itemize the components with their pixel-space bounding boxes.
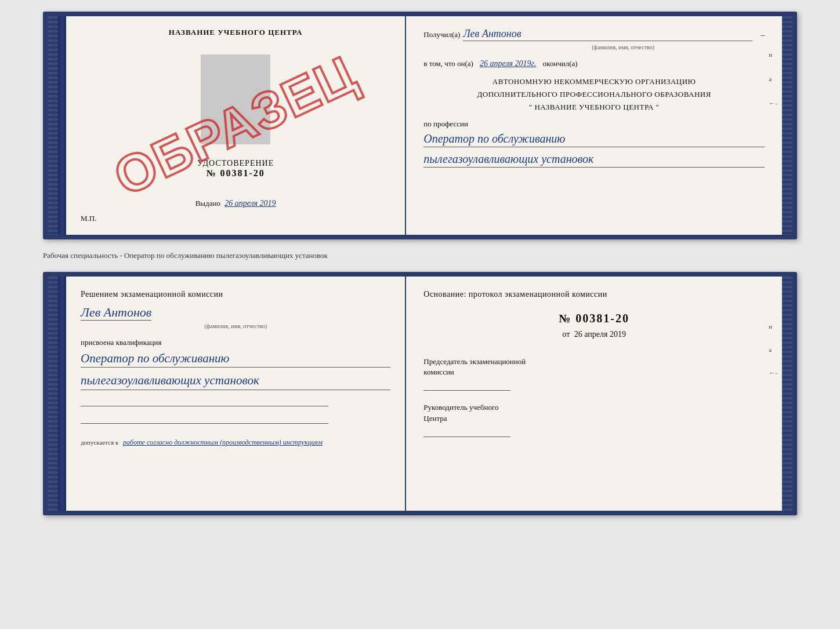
allowed-text: работе согласно должностным (производств…: [123, 438, 323, 446]
recipient-line: Получил(а) Лев Антонов –: [423, 28, 765, 41]
protocol-number: № 00381-20: [423, 312, 765, 325]
fio-hint-top: (фамилия, имя, отчество): [481, 44, 765, 50]
issued-date: 26 апреля 2019: [225, 199, 276, 208]
recipient-prefix: Получил(а): [423, 30, 460, 39]
cert-label: УДОСТОВЕРЕНИЕ: [197, 159, 274, 168]
left-page-bottom: Решением экзаменационной комиссии Лев Ан…: [66, 277, 406, 511]
fio-hint-bottom: (фамилия, имя, отчество): [81, 323, 390, 329]
spine-top: [58, 16, 66, 235]
right-binding-bottom: [782, 277, 792, 511]
left-binding: [48, 16, 58, 235]
confirm-date: 26 апреля 2019г.: [480, 59, 536, 68]
profession-line1: Оператор по обслуживанию: [423, 130, 765, 147]
director-label: Руководитель учебного Центра: [423, 402, 765, 423]
qual-line1: Оператор по обслуживанию: [81, 350, 390, 368]
confirm-prefix: в том, что он(а): [423, 59, 473, 68]
commission-title: Решением экзаменационной комиссии: [81, 288, 390, 300]
left-binding-bottom: [48, 277, 58, 511]
school-title-top: НАЗВАНИЕ УЧЕБНОГО ЦЕНТРА: [169, 28, 303, 37]
confirm-suffix: окончил(а): [543, 59, 578, 68]
spine-bottom: [58, 277, 66, 511]
issued-prefix: Выдано: [195, 199, 220, 208]
cert-number: № 00381-20: [206, 168, 265, 179]
mark-arrow: ←-: [769, 100, 777, 107]
mark-a-bottom: а: [769, 346, 777, 353]
left-page-top: НАЗВАНИЕ УЧЕБНОГО ЦЕНТРА УДОСТОВЕРЕНИЕ №…: [66, 16, 406, 235]
confirm-line: в том, что он(а) 26 апреля 2019г. окончи…: [423, 59, 765, 68]
chairman-signature: [423, 379, 510, 391]
document-container: НАЗВАНИЕ УЧЕБНОГО ЦЕНТРА УДОСТОВЕРЕНИЕ №…: [43, 12, 797, 515]
issued-line: Выдано 26 апреля 2019: [195, 199, 276, 208]
blank-line-1: [81, 395, 328, 406]
mark-and-bottom: и: [769, 323, 777, 330]
right-page-bottom: Основание: протокол экзаменационной коми…: [406, 277, 782, 511]
basis-title: Основание: протокол экзаменационной коми…: [423, 288, 765, 300]
chairman-label: Председатель экзаменационной комиссии: [423, 357, 765, 377]
mark-a: а: [769, 75, 777, 82]
person-name-bottom: Лев Антонов: [81, 305, 151, 321]
qual-line2: пылегазоулавливающих установок: [81, 372, 390, 390]
top-certificate: НАЗВАНИЕ УЧЕБНОГО ЦЕНТРА УДОСТОВЕРЕНИЕ №…: [43, 12, 797, 239]
dash: –: [761, 30, 765, 39]
bottom-certificate: Решением экзаменационной комиссии Лев Ан…: [43, 272, 797, 515]
profession-label: по профессии: [423, 119, 765, 129]
date-prefix: от: [562, 330, 570, 339]
separator-text: Рабочая специальность - Оператор по обсл…: [43, 246, 797, 265]
recipient-name: Лев Антонов: [463, 28, 752, 41]
director-signature: [423, 426, 510, 437]
mark-arrow-bottom: ←-: [769, 369, 777, 376]
allowed-prefix: допускается к: [81, 439, 118, 446]
blank-line-2: [81, 412, 328, 424]
director-line1: Руководитель учебного: [423, 402, 765, 413]
chairman-line1: Председатель экзаменационной: [423, 357, 765, 367]
director-line2: Центра: [423, 413, 765, 424]
right-page-top: Получил(а) Лев Антонов – (фамилия, имя, …: [406, 16, 782, 235]
profession-line2: пылегазоулавливающих установок: [423, 151, 765, 168]
date-value: 26 апреля 2019: [574, 330, 626, 339]
org-line3: " НАЗВАНИЕ УЧЕБНОГО ЦЕНТРА ": [423, 101, 765, 114]
org-line1: АВТОНОМНУЮ НЕКОММЕРЧЕСКУЮ ОРГАНИЗАЦИЮ: [423, 75, 765, 88]
chairman-line2: комиссии: [423, 367, 765, 377]
side-marks-bottom: и а ←-: [769, 323, 777, 376]
assigned-label: присвоена квалификация: [81, 338, 390, 347]
side-marks-top: и а ←-: [769, 51, 777, 107]
org-text: АВТОНОМНУЮ НЕКОММЕРЧЕСКУЮ ОРГАНИЗАЦИЮ ДО…: [423, 75, 765, 114]
org-line2: ДОПОЛНИТЕЛЬНОГО ПРОФЕССИОНАЛЬНОГО ОБРАЗО…: [423, 88, 765, 101]
mp-label: М.П.: [81, 214, 96, 223]
protocol-date: от 26 апреля 2019: [423, 330, 765, 339]
photo-placeholder: [201, 54, 270, 144]
mark-and: и: [769, 51, 777, 58]
right-binding-top: [782, 16, 792, 235]
allowed-label: допускается к работе согласно должностны…: [81, 438, 390, 447]
